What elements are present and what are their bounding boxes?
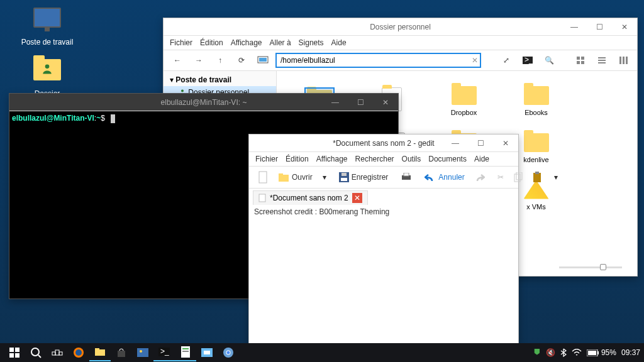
menu-help[interactable]: Aide (474, 155, 489, 163)
svg-rect-24 (514, 174, 520, 182)
up-button[interactable]: ↑ (211, 53, 229, 68)
menu-bookmarks[interactable]: Signets (299, 38, 324, 47)
svg-rect-30 (15, 348, 19, 352)
minimize-button[interactable]: — (562, 18, 587, 36)
maximize-button[interactable]: ☐ (348, 94, 373, 111)
maximize-button[interactable]: ☐ (468, 134, 493, 152)
menu-view[interactable]: Affichage (316, 155, 348, 163)
svg-rect-23 (404, 173, 409, 176)
forward-button[interactable]: → (190, 53, 208, 68)
svg-rect-8 (581, 61, 584, 64)
print-button[interactable] (397, 171, 416, 184)
svg-rect-43 (137, 348, 148, 357)
menu-edit[interactable]: Édition (286, 155, 309, 163)
view-compact[interactable] (614, 53, 632, 68)
toolbar-overflow[interactable]: ▾ (550, 171, 562, 184)
svg-rect-7 (577, 61, 580, 64)
svg-rect-14 (626, 57, 628, 64)
image-viewer-icon[interactable] (132, 344, 153, 361)
address-bar[interactable] (275, 53, 481, 68)
menu-tools[interactable]: Outils (402, 155, 421, 163)
save-button[interactable]: Enregistrer (335, 170, 392, 184)
close-button[interactable]: ✕ (612, 18, 637, 36)
open-button[interactable]: Ouvrir (274, 170, 316, 184)
svg-rect-16 (259, 172, 267, 183)
desktop-icon-workstation[interactable]: Poste de travail (19, 8, 75, 47)
wifi-icon[interactable] (572, 349, 582, 356)
shield-icon[interactable]: ⛊ (533, 348, 541, 357)
desktop-icon-label: Poste de travail (19, 38, 75, 47)
battery-indicator[interactable]: 95% (587, 348, 616, 357)
paste-button[interactable] (529, 170, 545, 185)
search-icon[interactable]: 🔍 (540, 53, 558, 68)
view-list[interactable] (593, 53, 611, 68)
prompt-user: elbullazul@MinTitan-VI (12, 114, 94, 123)
menu-search[interactable]: Rechercher (355, 155, 394, 163)
maximize-button[interactable]: ☐ (587, 18, 612, 36)
close-button[interactable]: ✕ (373, 94, 398, 111)
cut-button[interactable]: ✂ (494, 171, 508, 184)
svg-text:>_: >_ (525, 57, 533, 64)
view-icons[interactable] (572, 53, 589, 68)
bluetooth-icon[interactable] (560, 348, 567, 357)
undo-button[interactable]: Annuler (421, 171, 468, 184)
firefox-icon[interactable] (68, 344, 89, 361)
back-button[interactable]: ← (169, 53, 186, 68)
svg-rect-18 (279, 173, 283, 175)
svg-rect-25 (516, 172, 522, 180)
redo-button[interactable] (471, 171, 489, 184)
file-explorer-task[interactable] (89, 344, 111, 361)
terminal-cursor (111, 114, 115, 123)
svg-rect-21 (341, 173, 347, 176)
tab-bar: *Document sans nom 2 ✕ (249, 189, 518, 205)
svg-rect-57 (588, 351, 596, 355)
menu-view[interactable]: Affichage (231, 38, 262, 47)
copy-button[interactable] (510, 170, 526, 184)
computer-icon[interactable] (254, 53, 272, 68)
editor-area[interactable]: Screenshot credit : B00merang Theming (249, 205, 518, 343)
terminal-task[interactable]: >_ (153, 344, 175, 361)
minimize-button[interactable]: — (323, 94, 348, 111)
menu-edit[interactable]: Édition (200, 38, 223, 47)
menu-file[interactable]: Fichier (255, 155, 278, 163)
svg-rect-56 (597, 351, 599, 354)
minimize-button[interactable]: — (443, 134, 468, 152)
close-button[interactable]: ✕ (493, 134, 518, 152)
terminal-icon[interactable]: >_ (519, 53, 536, 68)
screenshot-icon[interactable] (196, 344, 218, 361)
open-dropdown[interactable]: ▾ (319, 171, 330, 184)
file-item[interactable]: Dropbox (428, 77, 500, 124)
new-file-button[interactable] (254, 169, 272, 185)
volume-icon[interactable]: 🔇 (546, 348, 555, 357)
menu-documents[interactable]: Documents (428, 155, 467, 163)
clock[interactable]: 09:37 (621, 348, 640, 357)
menu-help[interactable]: Aide (331, 38, 347, 47)
titlebar[interactable]: *Document sans nom 2 - gedit — ☐ ✕ (249, 134, 518, 152)
svg-rect-42 (118, 351, 125, 357)
titlebar[interactable]: Dossier personnel — ☐ ✕ (164, 18, 637, 36)
search-task-icon[interactable] (25, 344, 47, 361)
chromium-icon[interactable] (218, 344, 239, 361)
gedit-window: *Document sans nom 2 - gedit — ☐ ✕ Fichi… (248, 134, 519, 344)
svg-rect-9 (598, 57, 606, 58)
sidebar-root[interactable]: ▾ Poste de travail (164, 74, 276, 86)
titlebar[interactable]: elbullazul@MinTitan-VI: ~ — ☐ ✕ (9, 94, 398, 111)
clear-address[interactable]: ✕ (466, 53, 484, 68)
menu-go[interactable]: Aller à (270, 38, 291, 47)
close-tab-icon[interactable]: ✕ (352, 193, 362, 203)
taskbar: >_ ⛊ 🔇 95% 09:37 (0, 343, 644, 362)
svg-rect-27 (535, 172, 539, 174)
svg-line-34 (38, 355, 41, 358)
document-tab[interactable]: *Document sans nom 2 ✕ (253, 190, 368, 205)
expand-icon[interactable]: ⤢ (497, 53, 515, 68)
store-icon[interactable] (111, 344, 132, 361)
menu-file[interactable]: Fichier (170, 38, 192, 47)
svg-rect-26 (533, 173, 541, 182)
gedit-task[interactable] (175, 344, 196, 361)
svg-rect-12 (619, 57, 621, 64)
taskview-icon[interactable] (47, 344, 68, 361)
zoom-slider[interactable] (559, 266, 622, 268)
file-item[interactable]: Ebooks (500, 77, 572, 124)
start-button[interactable] (4, 344, 25, 361)
reload-button[interactable]: ⟳ (233, 53, 250, 68)
